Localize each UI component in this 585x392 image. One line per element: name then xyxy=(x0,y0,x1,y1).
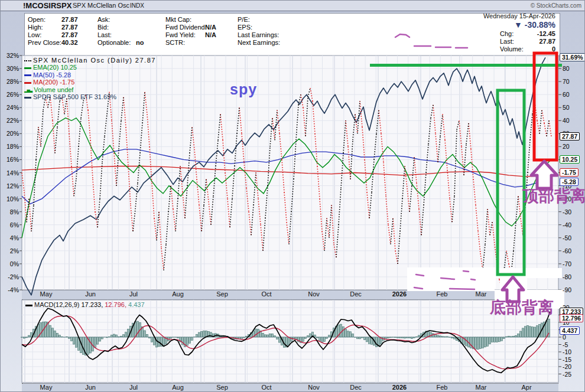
macd-histogram-bar xyxy=(411,337,413,339)
right-axis-tick-label: 20 xyxy=(563,143,570,150)
macd-histogram-bar xyxy=(90,337,92,353)
bars-swatch-icon: ▂▅▃ xyxy=(24,88,32,93)
macd-histogram-bar xyxy=(395,337,396,338)
line-swatch-icon xyxy=(24,67,31,69)
right-axis-tick-label: -60 xyxy=(563,247,571,254)
line-swatch-icon xyxy=(25,305,32,306)
macd-histogram-bar xyxy=(492,337,493,342)
macd-histogram-bar xyxy=(137,321,139,337)
left-axis-tick-label: 28% xyxy=(1,78,19,85)
macd-histogram-bar xyxy=(442,337,444,337)
macd-histogram-bar xyxy=(409,337,411,338)
legend-label: Volume undef xyxy=(34,86,73,93)
macd-histogram-bar xyxy=(407,337,408,338)
macd-histogram-bar xyxy=(243,337,245,338)
macd-histogram-bar xyxy=(187,337,188,345)
quote-stat-label: Chg: xyxy=(500,30,514,37)
macd-histogram-bar xyxy=(269,334,271,337)
macd-histogram-bar xyxy=(437,335,439,337)
macd-histogram-bar xyxy=(402,337,404,338)
macd-histogram-bar xyxy=(147,334,148,337)
right-axis-tick-label: 40 xyxy=(563,117,570,124)
macd-histogram-bar xyxy=(444,337,446,337)
macd-histogram-bar xyxy=(537,326,538,337)
macd-histogram-bar xyxy=(440,336,441,337)
legend-row: MA(200) -1.75 xyxy=(24,79,74,86)
price-flag: 27.87 xyxy=(560,132,580,141)
macd-histogram-bar xyxy=(350,332,352,337)
top-divergence-annotation-text: 顶部背离 xyxy=(522,185,585,207)
left-axis-tick-label: 30% xyxy=(1,65,19,72)
macd-histogram-bar xyxy=(362,337,363,338)
macd-histogram-bar xyxy=(52,328,54,337)
left-axis-tick-label: 22% xyxy=(1,117,19,124)
macd-legend-value: 17.233, xyxy=(81,301,105,308)
macd-histogram-bar xyxy=(404,337,406,338)
macd-histogram-bar xyxy=(324,337,326,342)
macd-histogram-bar xyxy=(69,337,70,338)
left-axis-tick-label: 2% xyxy=(1,247,19,254)
macd-histogram-bar xyxy=(246,336,248,337)
macd-histogram-bar xyxy=(527,325,529,337)
stockcharts-page: !MCOSIRSPX SPX McClellan Osc INDX © Stoc… xyxy=(0,0,585,392)
macd-histogram-bar xyxy=(522,328,524,337)
macd-histogram-bar xyxy=(97,337,99,344)
macd-histogram-bar xyxy=(503,337,505,338)
macd-histogram-bar xyxy=(262,333,264,337)
macd-histogram-bar xyxy=(40,322,42,337)
line-swatch-icon xyxy=(24,82,31,84)
macd-histogram-bar xyxy=(291,337,292,341)
macd-histogram-bar xyxy=(135,322,136,337)
macd-histogram-bar xyxy=(54,331,56,337)
spy-annotation-text: spy xyxy=(230,81,257,98)
macd-histogram-bar xyxy=(485,337,486,347)
macd-histogram-bar xyxy=(199,332,200,337)
right-axis-tick-label: -90 xyxy=(563,286,571,293)
macd-histogram-bar xyxy=(343,326,344,337)
macd-histogram-bar xyxy=(499,337,500,342)
legend-label: SPX McClellan Osc (Daily) 27.87 xyxy=(33,57,156,64)
macd-histogram-bar xyxy=(76,337,77,347)
left-axis-tick-label: -4% xyxy=(1,286,19,293)
macd-histogram-bar xyxy=(352,334,354,337)
legend-row: MA(50) -5.28 xyxy=(24,71,71,79)
macd-axis-tick-label: -10 xyxy=(563,348,571,355)
macd-histogram-bar xyxy=(477,337,479,349)
macd-histogram-bar xyxy=(71,337,73,341)
macd-histogram-bar xyxy=(482,337,484,348)
right-axis-tick-label: 70 xyxy=(563,78,570,85)
macd-histogram-bar xyxy=(366,337,368,342)
macd-histogram-bar xyxy=(430,332,432,337)
macd-histogram-bar xyxy=(151,337,153,342)
quote-stat-value: -12.45 xyxy=(520,30,555,37)
macd-histogram-bar xyxy=(475,337,477,349)
legend-label: MA(50) -5.28 xyxy=(33,71,71,79)
macd-histogram-bar xyxy=(525,326,526,337)
legend-row: SPDR S&P 500 ETF 31.69% xyxy=(24,93,116,100)
macd-histogram-bar xyxy=(121,336,122,337)
macd-histogram-bar xyxy=(144,331,146,337)
macd-histogram-bar xyxy=(513,336,515,337)
macd-histogram-bar xyxy=(189,337,191,343)
macd-histogram-bar xyxy=(326,337,328,338)
price-flag: 31.69% xyxy=(560,53,585,61)
macd-histogram-bar xyxy=(329,335,330,337)
macd-axis-tick-label: -5 xyxy=(563,341,568,348)
right-axis-tick-label: -70 xyxy=(563,260,571,267)
macd-histogram-bar xyxy=(106,337,108,338)
quote-stat-value: 0 xyxy=(520,45,555,53)
right-axis-tick-label: 80 xyxy=(563,65,570,72)
macd-histogram-bar xyxy=(534,327,536,337)
marker-scribble xyxy=(463,271,469,272)
legend-label: SPDR S&P 500 ETF 31.69% xyxy=(33,93,116,100)
macd-histogram-bar xyxy=(265,335,266,337)
macd-histogram-bar xyxy=(201,331,203,337)
macd-histogram-bar xyxy=(305,337,307,338)
macd-histogram-bar xyxy=(451,337,453,338)
macd-histogram-bar xyxy=(470,337,472,348)
macd-histogram-bar xyxy=(480,337,482,349)
macd-histogram-bar xyxy=(307,336,309,337)
macd-histogram-bar xyxy=(314,335,316,337)
macd-histogram-bar xyxy=(288,337,290,345)
macd-histogram-bar xyxy=(274,336,276,337)
